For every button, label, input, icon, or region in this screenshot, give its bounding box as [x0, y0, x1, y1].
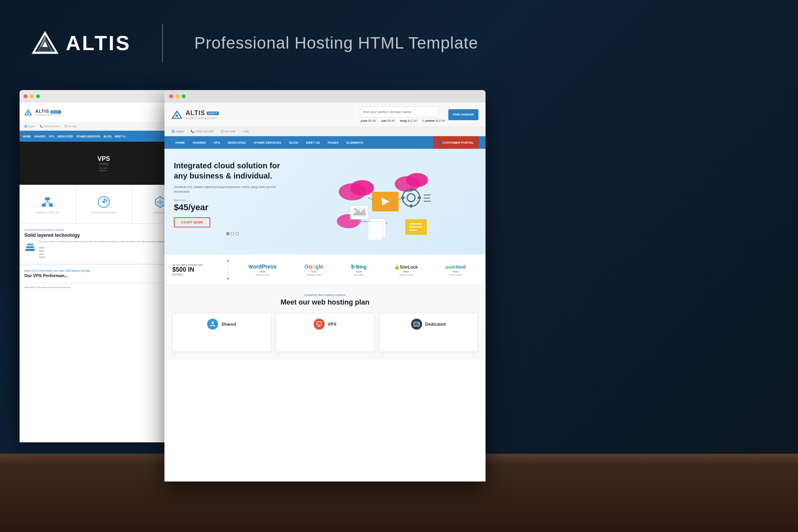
- partner-intro-line: All our plans include over: [172, 263, 219, 266]
- nav-home[interactable]: HOME: [172, 136, 189, 149]
- front-domain-search[interactable]: .com $9.90 .net $9.90 ●org $11.50 ⊙.onli…: [360, 106, 478, 123]
- nav-meet-us[interactable]: MEET US: [302, 136, 324, 149]
- bing-free-label: $100: [356, 271, 361, 273]
- front-dot-yellow: [175, 94, 179, 98]
- price-online: ⊙.online $12.50: [422, 119, 445, 123]
- hero-slideshow-dots: [174, 232, 291, 235]
- partner-section-divider: [227, 260, 229, 280]
- plan-card-vps: VPS: [276, 313, 374, 352]
- domain-prices: .com $9.90 .net $9.90 ●org $11.50 ⊙.onli…: [360, 119, 445, 123]
- nav-elements[interactable]: ELEMENTS: [343, 136, 368, 149]
- front-nav: HOME SHARED VPS DEDICATED OTHER SERVICES…: [164, 136, 486, 149]
- mini-nav-shared: SHARED: [34, 135, 46, 138]
- mini-affordable-section: Affordable & Abundant Dedicated Resource…: [20, 283, 188, 292]
- mini-nav-bar: HOME SHARED VPS DEDICATED OTHER SERVICES…: [20, 131, 188, 142]
- nav-pages[interactable]: PAGES: [324, 136, 342, 149]
- domain-search-input[interactable]: [360, 106, 438, 117]
- svg-point-24: [406, 173, 428, 187]
- hero-price: $45/year: [174, 202, 291, 213]
- altis-logo-text: ALTIS: [66, 31, 131, 55]
- hosting-title: Meet our web hosting plan: [172, 298, 478, 307]
- mini-logo-sub: a reliable hosting provider: [35, 114, 62, 116]
- nav-dedicated[interactable]: DEDICATED: [224, 136, 250, 149]
- util-english: 🌐 english: [172, 130, 184, 133]
- mini-logo-name: ALTISHOST: [35, 109, 62, 114]
- svg-rect-38: [401, 197, 404, 199]
- mini-nav-vps: VPS: [49, 135, 54, 138]
- svg-rect-39: [418, 197, 421, 199]
- mini-solid-text: Quis autem veleum une reprenhent ea volu…: [39, 240, 181, 259]
- mini-api-icon: [40, 195, 54, 209]
- dedicated-plan-name: Dedicated: [425, 322, 446, 326]
- nav-customer-portal[interactable]: 👤 CUSTOMER PORTAL: [433, 136, 478, 149]
- nav-vps[interactable]: VPS: [210, 136, 224, 149]
- altis-logo-area: ALTIS: [31, 31, 131, 55]
- front-logo-name: ALTISHOST: [186, 110, 219, 117]
- shared-plan-name: Shared: [221, 322, 236, 326]
- vps-plan-name: VPS: [328, 322, 336, 326]
- front-dot-green: [182, 94, 186, 98]
- partner-justcloud: justcloud FREE 1GB storage: [446, 263, 466, 276]
- front-top-bar: ALTISHOST a reliable hosting provider .c…: [164, 103, 486, 127]
- browser-back: ALTISHOST a reliable hosting provider fi…: [20, 90, 188, 442]
- svg-rect-7: [49, 204, 53, 207]
- vps-icon: [314, 319, 325, 330]
- mini-nav-home: HOME: [23, 135, 31, 138]
- mini-util-english: 🌐 english: [24, 125, 35, 128]
- top-header: ALTIS Professional Hosting HTML Template: [0, 0, 798, 82]
- altis-logo-icon: [31, 31, 59, 55]
- mini-solid-title: Solid layered technology: [24, 233, 183, 238]
- nav-shared[interactable]: SHARED: [189, 136, 210, 149]
- svg-rect-48: [367, 221, 383, 241]
- plan-cards-container: Shared VPS: [172, 313, 478, 352]
- partner-extras-text: All our plans include over $500 IN EXTRA…: [172, 263, 219, 276]
- svg-point-63: [417, 323, 419, 325]
- front-partners-bar: All our plans include over $500 IN EXTRA…: [164, 254, 486, 285]
- browser-dot-yellow: [30, 94, 34, 98]
- mini-util-phone: 📞 1-800-123-4567: [40, 125, 60, 128]
- mini-vps-desc: Our state...equippe...: [24, 167, 183, 171]
- stat-1: 99.9%: [39, 247, 181, 249]
- mini-feature-ssd: SSD HIGH PERFORMANCE: [76, 185, 132, 224]
- partner-amount: $500 IN: [172, 266, 219, 273]
- mini-feature-ssd-label: SSD HIGH PERFORMANCE: [91, 211, 116, 214]
- front-hero: Integrated cloud solution for any busine…: [164, 149, 486, 254]
- mini-perf-label: More vCPU more RAM and more SSD-Based St…: [24, 269, 183, 272]
- plan-card-dedicated-header: Dedicated: [411, 319, 446, 330]
- dedicated-icon: [411, 319, 422, 330]
- hero-dot-2[interactable]: [231, 232, 234, 235]
- browser-dot-green: [36, 94, 40, 98]
- nav-other-services[interactable]: OTHER SERVICES: [250, 136, 285, 149]
- front-logo: ALTISHOST a reliable hosting provider: [172, 110, 219, 119]
- svg-rect-16: [25, 249, 35, 251]
- wordpress-free-label: FREE: [260, 271, 266, 273]
- svg-rect-57: [317, 322, 321, 325]
- plan-card-vps-header: VPS: [314, 319, 336, 330]
- front-host-badge: HOST: [207, 112, 219, 115]
- header-tagline: Professional Hosting HTML Template: [194, 34, 478, 52]
- price-net: .net $9.90: [381, 119, 395, 123]
- wordpress-type: building tools: [256, 274, 269, 276]
- hero-dot-3[interactable]: [236, 232, 239, 235]
- nav-blog[interactable]: BLOG: [285, 136, 302, 149]
- hero-dot-1[interactable]: [226, 232, 229, 235]
- hosting-subtitle: A blazing fast hosting solution: [172, 293, 478, 297]
- svg-rect-6: [42, 204, 46, 207]
- front-logo-sub: a reliable hosting provider: [186, 117, 219, 119]
- hero-content: Integrated cloud solution for any busine…: [174, 161, 291, 243]
- hero-price-label: Start from: [174, 199, 291, 202]
- svg-rect-18: [27, 243, 33, 245]
- plan-card-shared: Shared: [172, 313, 271, 352]
- front-utility-bar: 🌐 english 📞 1-800-123-4367 💬 live chat +…: [164, 127, 486, 136]
- partners-list: WordPress FREE building tools Google $10…: [237, 263, 478, 276]
- find-domain-button[interactable]: FIND DOMAIN: [448, 109, 478, 120]
- svg-rect-17: [26, 246, 34, 248]
- front-logo-svg: [172, 110, 182, 119]
- svg-rect-5: [45, 197, 50, 200]
- stat-4: SSD P...: [39, 256, 181, 258]
- plan-card-dedicated: Dedicated: [379, 313, 478, 352]
- front-hosting-plan: A blazing fast hosting solution Meet our…: [164, 285, 486, 360]
- hero-cta-button[interactable]: START NOW!: [174, 217, 210, 227]
- google-type: AdWords offer: [307, 274, 321, 276]
- header-divider: [162, 23, 163, 63]
